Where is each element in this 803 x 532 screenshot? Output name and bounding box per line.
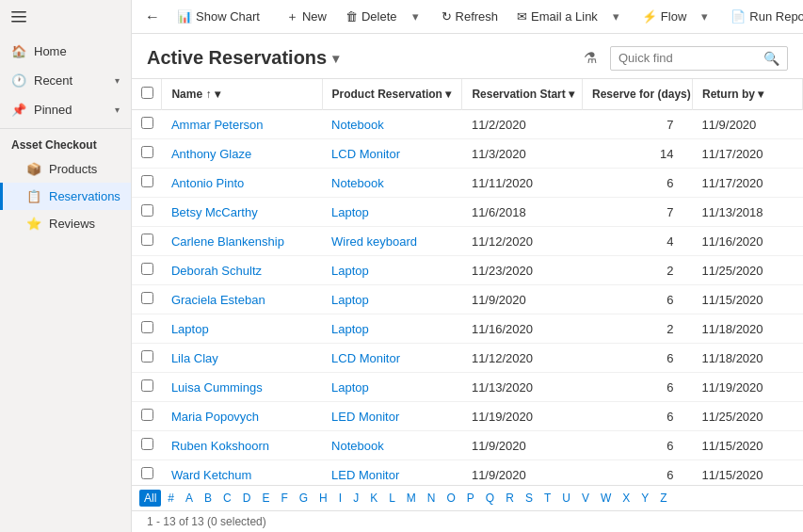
row-checkbox-cell[interactable] bbox=[132, 402, 162, 431]
row-product-link[interactable]: Notebook bbox=[331, 176, 384, 190]
row-name-cell[interactable]: Antonio Pinto bbox=[162, 169, 322, 198]
alpha-btn-c[interactable]: C bbox=[218, 490, 236, 507]
alpha-btn-t[interactable]: T bbox=[539, 490, 555, 507]
row-checkbox[interactable] bbox=[141, 117, 153, 129]
row-checkbox-cell[interactable] bbox=[132, 344, 162, 373]
refresh-button[interactable]: ↻ Refresh bbox=[434, 6, 506, 27]
new-button[interactable]: ＋ New bbox=[279, 5, 334, 29]
run-report-button[interactable]: 📄 Run Report bbox=[723, 6, 803, 27]
filter-icon[interactable]: ⚗ bbox=[578, 45, 602, 71]
row-product-cell[interactable]: Laptop bbox=[322, 314, 462, 344]
row-checkbox-cell[interactable] bbox=[132, 139, 162, 169]
row-name-link[interactable]: Lila Clay bbox=[171, 351, 218, 365]
alpha-btn-b[interactable]: B bbox=[200, 490, 217, 507]
row-product-cell[interactable]: Notebook bbox=[322, 110, 462, 139]
row-product-cell[interactable]: LED Monitor bbox=[322, 460, 462, 486]
sidebar-item-reviews[interactable]: ⭐ Reviews bbox=[0, 210, 131, 237]
alpha-btn-a[interactable]: A bbox=[181, 490, 198, 507]
row-checkbox[interactable] bbox=[141, 467, 153, 479]
delete-dropdown[interactable]: ▾ bbox=[409, 6, 423, 27]
row-checkbox[interactable] bbox=[141, 321, 153, 333]
sidebar-item-pinned[interactable]: 📌 Pinned ▾ bbox=[0, 95, 131, 124]
row-name-link[interactable]: Luisa Cummings bbox=[171, 380, 263, 395]
row-name-link[interactable]: Ward Ketchum bbox=[171, 468, 252, 482]
row-name-cell[interactable]: Luisa Cummings bbox=[162, 373, 322, 402]
row-name-cell[interactable]: Maria Popovych bbox=[162, 402, 322, 431]
col-header-product[interactable]: Product Reservation ▾ bbox=[322, 79, 462, 110]
row-name-link[interactable]: Betsy McCarthy bbox=[171, 205, 258, 219]
alpha-btn-n[interactable]: N bbox=[423, 490, 441, 507]
row-checkbox-cell[interactable] bbox=[132, 460, 162, 486]
row-product-link[interactable]: LED Monitor bbox=[331, 468, 399, 482]
row-name-cell[interactable]: Ruben Kokshoorn bbox=[162, 431, 322, 460]
row-name-cell[interactable]: Anthony Glaze bbox=[162, 139, 322, 169]
email-dropdown[interactable]: ▾ bbox=[609, 6, 623, 27]
sidebar-item-reservations[interactable]: 📋 Reservations bbox=[0, 183, 131, 210]
row-name-link[interactable]: Carlene Blankenship bbox=[171, 234, 284, 249]
quick-find-input[interactable] bbox=[618, 51, 760, 65]
flow-button[interactable]: ⚡ Flow bbox=[634, 6, 694, 27]
row-product-cell[interactable]: Wired keyboard bbox=[322, 227, 462, 256]
alpha-btn-h[interactable]: H bbox=[314, 490, 332, 507]
delete-button[interactable]: 🗑 Delete bbox=[338, 6, 405, 27]
alpha-btn-#[interactable]: # bbox=[163, 490, 179, 507]
alpha-btn-u[interactable]: U bbox=[557, 490, 575, 507]
col-header-name[interactable]: Name ↑ ▾ bbox=[162, 79, 322, 110]
row-product-link[interactable]: Notebook bbox=[331, 439, 384, 453]
alpha-btn-k[interactable]: K bbox=[365, 490, 382, 507]
row-product-cell[interactable]: Laptop bbox=[322, 373, 462, 402]
alpha-btn-p[interactable]: P bbox=[462, 490, 479, 507]
flow-dropdown[interactable]: ▾ bbox=[698, 6, 712, 27]
row-checkbox[interactable] bbox=[141, 350, 153, 363]
row-name-link[interactable]: Deborah Schultz bbox=[171, 264, 262, 278]
alpha-btn-j[interactable]: J bbox=[348, 490, 363, 507]
row-checkbox[interactable] bbox=[141, 204, 153, 217]
sidebar-item-products[interactable]: 📦 Products bbox=[0, 155, 131, 183]
alpha-btn-w[interactable]: W bbox=[596, 490, 616, 507]
row-checkbox-cell[interactable] bbox=[132, 314, 162, 344]
hamburger-menu[interactable] bbox=[0, 0, 131, 37]
row-checkbox-cell[interactable] bbox=[132, 373, 162, 402]
row-name-link[interactable]: Ruben Kokshoorn bbox=[171, 439, 269, 453]
row-checkbox[interactable] bbox=[141, 438, 153, 450]
row-product-cell[interactable]: LCD Monitor bbox=[322, 139, 462, 169]
row-checkbox[interactable] bbox=[141, 409, 153, 421]
alpha-btn-f[interactable]: F bbox=[276, 490, 292, 507]
alpha-btn-o[interactable]: O bbox=[442, 490, 460, 507]
row-checkbox-cell[interactable] bbox=[132, 431, 162, 460]
row-product-link[interactable]: LCD Monitor bbox=[331, 351, 400, 365]
row-product-link[interactable]: Wired keyboard bbox=[331, 234, 417, 249]
row-product-cell[interactable]: Notebook bbox=[322, 431, 462, 460]
row-product-cell[interactable]: LED Monitor bbox=[322, 402, 462, 431]
alpha-btn-v[interactable]: V bbox=[577, 490, 594, 507]
row-product-link[interactable]: Laptop bbox=[331, 205, 369, 219]
row-product-link[interactable]: LCD Monitor bbox=[331, 147, 400, 161]
row-checkbox-cell[interactable] bbox=[132, 169, 162, 198]
row-product-link[interactable]: Laptop bbox=[331, 380, 369, 395]
select-all-checkbox[interactable] bbox=[141, 87, 153, 99]
back-button[interactable]: ← bbox=[139, 5, 166, 29]
row-checkbox[interactable] bbox=[141, 263, 153, 275]
row-product-cell[interactable]: Laptop bbox=[322, 198, 462, 227]
row-name-link[interactable]: Anthony Glaze bbox=[171, 147, 251, 161]
row-checkbox[interactable] bbox=[141, 146, 153, 158]
row-checkbox[interactable] bbox=[141, 379, 153, 392]
row-product-link[interactable]: Laptop bbox=[331, 293, 369, 307]
row-name-cell[interactable]: Ward Ketchum bbox=[162, 460, 322, 486]
alpha-btn-e[interactable]: E bbox=[257, 490, 274, 507]
row-name-link[interactable]: Antonio Pinto bbox=[171, 176, 244, 190]
row-name-link[interactable]: Laptop bbox=[171, 322, 209, 336]
row-checkbox-cell[interactable] bbox=[132, 227, 162, 256]
alpha-btn-y[interactable]: Y bbox=[636, 490, 653, 507]
row-product-link[interactable]: LED Monitor bbox=[331, 410, 399, 424]
alpha-btn-m[interactable]: M bbox=[402, 490, 421, 507]
select-all-header[interactable] bbox=[132, 79, 162, 110]
row-checkbox-cell[interactable] bbox=[132, 256, 162, 285]
alpha-btn-z[interactable]: Z bbox=[655, 490, 671, 507]
alpha-btn-i[interactable]: I bbox=[334, 490, 346, 507]
show-chart-button[interactable]: 📊 Show Chart bbox=[169, 6, 267, 27]
row-product-link[interactable]: Laptop bbox=[331, 322, 369, 336]
row-checkbox[interactable] bbox=[141, 292, 153, 304]
row-checkbox[interactable] bbox=[141, 175, 153, 187]
alpha-btn-r[interactable]: R bbox=[501, 490, 519, 507]
